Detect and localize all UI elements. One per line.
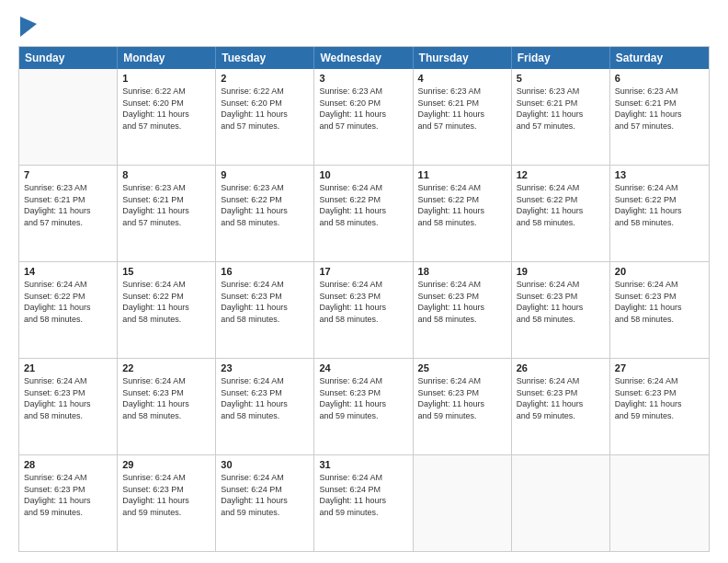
day-info: Sunrise: 6:24 AM Sunset: 6:22 PM Dayligh… xyxy=(319,182,407,228)
calendar-cell: 12Sunrise: 6:24 AM Sunset: 6:22 PM Dayli… xyxy=(512,166,610,261)
calendar-body: 1Sunrise: 6:22 AM Sunset: 6:20 PM Daylig… xyxy=(19,69,709,551)
day-info: Sunrise: 6:24 AM Sunset: 6:22 PM Dayligh… xyxy=(517,182,605,228)
day-number: 26 xyxy=(517,362,605,373)
calendar-cell: 13Sunrise: 6:24 AM Sunset: 6:22 PM Dayli… xyxy=(610,166,709,261)
calendar-cell xyxy=(414,455,512,551)
calendar-cell: 15Sunrise: 6:24 AM Sunset: 6:22 PM Dayli… xyxy=(118,262,216,358)
day-info: Sunrise: 6:24 AM Sunset: 6:23 PM Dayligh… xyxy=(517,375,605,421)
calendar-row-2: 14Sunrise: 6:24 AM Sunset: 6:22 PM Dayli… xyxy=(19,262,709,359)
day-info: Sunrise: 6:22 AM Sunset: 6:20 PM Dayligh… xyxy=(221,86,309,132)
day-number: 13 xyxy=(615,169,704,180)
day-number: 22 xyxy=(122,362,210,373)
day-number: 20 xyxy=(615,266,704,277)
calendar-cell: 5Sunrise: 6:23 AM Sunset: 6:21 PM Daylig… xyxy=(512,69,610,165)
calendar-cell: 17Sunrise: 6:24 AM Sunset: 6:23 PM Dayli… xyxy=(314,262,413,358)
day-number: 23 xyxy=(221,362,309,373)
day-info: Sunrise: 6:24 AM Sunset: 6:22 PM Dayligh… xyxy=(615,182,704,228)
day-info: Sunrise: 6:24 AM Sunset: 6:24 PM Dayligh… xyxy=(221,472,309,518)
day-number: 8 xyxy=(122,169,210,180)
day-number: 31 xyxy=(319,459,407,470)
calendar-cell xyxy=(19,69,118,165)
header xyxy=(18,17,710,37)
calendar-row-0: 1Sunrise: 6:22 AM Sunset: 6:20 PM Daylig… xyxy=(19,69,709,166)
calendar-row-3: 21Sunrise: 6:24 AM Sunset: 6:23 PM Dayli… xyxy=(19,359,709,455)
day-info: Sunrise: 6:24 AM Sunset: 6:23 PM Dayligh… xyxy=(615,375,704,421)
day-number: 21 xyxy=(24,362,112,373)
header-day-monday: Monday xyxy=(118,47,216,69)
calendar-cell: 29Sunrise: 6:24 AM Sunset: 6:23 PM Dayli… xyxy=(118,455,216,551)
day-number: 10 xyxy=(319,169,407,180)
calendar-cell: 9Sunrise: 6:23 AM Sunset: 6:22 PM Daylig… xyxy=(216,166,314,261)
day-number: 6 xyxy=(615,73,704,84)
calendar-header: SundayMondayTuesdayWednesdayThursdayFrid… xyxy=(19,47,709,69)
calendar-cell: 2Sunrise: 6:22 AM Sunset: 6:20 PM Daylig… xyxy=(216,69,314,165)
day-number: 28 xyxy=(24,459,112,470)
calendar-cell: 14Sunrise: 6:24 AM Sunset: 6:22 PM Dayli… xyxy=(19,262,118,358)
calendar: SundayMondayTuesdayWednesdayThursdayFrid… xyxy=(18,46,710,552)
day-number: 12 xyxy=(517,169,605,180)
header-day-saturday: Saturday xyxy=(610,47,709,69)
day-number: 27 xyxy=(615,362,704,373)
day-number: 30 xyxy=(221,459,309,470)
day-number: 14 xyxy=(24,266,112,277)
calendar-cell: 1Sunrise: 6:22 AM Sunset: 6:20 PM Daylig… xyxy=(118,69,216,165)
header-day-tuesday: Tuesday xyxy=(216,47,314,69)
header-day-thursday: Thursday xyxy=(414,47,512,69)
calendar-cell: 28Sunrise: 6:24 AM Sunset: 6:23 PM Dayli… xyxy=(19,455,118,551)
day-info: Sunrise: 6:23 AM Sunset: 6:21 PM Dayligh… xyxy=(24,182,112,228)
day-info: Sunrise: 6:24 AM Sunset: 6:23 PM Dayligh… xyxy=(122,472,210,518)
day-number: 29 xyxy=(122,459,210,470)
day-number: 18 xyxy=(418,266,506,277)
day-info: Sunrise: 6:24 AM Sunset: 6:23 PM Dayligh… xyxy=(418,375,506,421)
day-info: Sunrise: 6:24 AM Sunset: 6:23 PM Dayligh… xyxy=(24,375,112,421)
day-number: 1 xyxy=(122,73,210,84)
day-number: 11 xyxy=(418,169,506,180)
day-info: Sunrise: 6:24 AM Sunset: 6:23 PM Dayligh… xyxy=(24,472,112,518)
calendar-cell: 16Sunrise: 6:24 AM Sunset: 6:23 PM Dayli… xyxy=(216,262,314,358)
day-number: 2 xyxy=(221,73,309,84)
day-info: Sunrise: 6:23 AM Sunset: 6:21 PM Dayligh… xyxy=(418,86,506,132)
calendar-cell: 22Sunrise: 6:24 AM Sunset: 6:23 PM Dayli… xyxy=(118,359,216,454)
calendar-row-4: 28Sunrise: 6:24 AM Sunset: 6:23 PM Dayli… xyxy=(19,455,709,551)
day-info: Sunrise: 6:24 AM Sunset: 6:23 PM Dayligh… xyxy=(319,279,407,325)
page: SundayMondayTuesdayWednesdayThursdayFrid… xyxy=(0,0,728,563)
calendar-cell: 20Sunrise: 6:24 AM Sunset: 6:23 PM Dayli… xyxy=(610,262,709,358)
calendar-cell: 19Sunrise: 6:24 AM Sunset: 6:23 PM Dayli… xyxy=(512,262,610,358)
calendar-cell xyxy=(512,455,610,551)
day-info: Sunrise: 6:24 AM Sunset: 6:23 PM Dayligh… xyxy=(221,279,309,325)
day-info: Sunrise: 6:24 AM Sunset: 6:22 PM Dayligh… xyxy=(122,279,210,325)
day-info: Sunrise: 6:24 AM Sunset: 6:23 PM Dayligh… xyxy=(615,279,704,325)
calendar-cell: 11Sunrise: 6:24 AM Sunset: 6:22 PM Dayli… xyxy=(414,166,512,261)
day-number: 15 xyxy=(122,266,210,277)
day-number: 3 xyxy=(319,73,407,84)
calendar-cell: 24Sunrise: 6:24 AM Sunset: 6:23 PM Dayli… xyxy=(314,359,413,454)
day-number: 7 xyxy=(24,169,112,180)
day-info: Sunrise: 6:24 AM Sunset: 6:23 PM Dayligh… xyxy=(122,375,210,421)
calendar-cell: 23Sunrise: 6:24 AM Sunset: 6:23 PM Dayli… xyxy=(216,359,314,454)
day-info: Sunrise: 6:22 AM Sunset: 6:20 PM Dayligh… xyxy=(122,86,210,132)
day-info: Sunrise: 6:24 AM Sunset: 6:24 PM Dayligh… xyxy=(319,472,407,518)
calendar-cell: 6Sunrise: 6:23 AM Sunset: 6:21 PM Daylig… xyxy=(610,69,709,165)
day-info: Sunrise: 6:23 AM Sunset: 6:22 PM Dayligh… xyxy=(221,182,309,228)
calendar-cell: 30Sunrise: 6:24 AM Sunset: 6:24 PM Dayli… xyxy=(216,455,314,551)
calendar-cell: 4Sunrise: 6:23 AM Sunset: 6:21 PM Daylig… xyxy=(414,69,512,165)
header-day-sunday: Sunday xyxy=(19,47,118,69)
calendar-cell: 21Sunrise: 6:24 AM Sunset: 6:23 PM Dayli… xyxy=(19,359,118,454)
header-day-wednesday: Wednesday xyxy=(314,47,413,69)
calendar-cell: 31Sunrise: 6:24 AM Sunset: 6:24 PM Dayli… xyxy=(314,455,413,551)
day-number: 19 xyxy=(517,266,605,277)
day-info: Sunrise: 6:23 AM Sunset: 6:21 PM Dayligh… xyxy=(615,86,704,132)
calendar-cell: 25Sunrise: 6:24 AM Sunset: 6:23 PM Dayli… xyxy=(414,359,512,454)
day-info: Sunrise: 6:24 AM Sunset: 6:22 PM Dayligh… xyxy=(418,182,506,228)
day-number: 24 xyxy=(319,362,407,373)
day-info: Sunrise: 6:23 AM Sunset: 6:21 PM Dayligh… xyxy=(122,182,210,228)
logo xyxy=(18,17,37,37)
calendar-cell: 8Sunrise: 6:23 AM Sunset: 6:21 PM Daylig… xyxy=(118,166,216,261)
calendar-cell xyxy=(610,455,709,551)
day-number: 4 xyxy=(418,73,506,84)
day-number: 17 xyxy=(319,266,407,277)
calendar-cell: 27Sunrise: 6:24 AM Sunset: 6:23 PM Dayli… xyxy=(610,359,709,454)
day-info: Sunrise: 6:24 AM Sunset: 6:23 PM Dayligh… xyxy=(319,375,407,421)
day-info: Sunrise: 6:24 AM Sunset: 6:23 PM Dayligh… xyxy=(517,279,605,325)
day-number: 9 xyxy=(221,169,309,180)
